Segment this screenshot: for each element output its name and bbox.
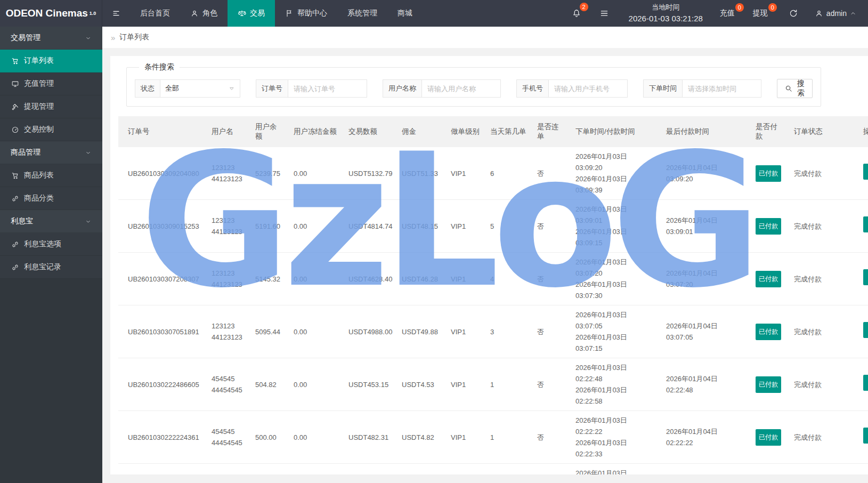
recharge-button[interactable]: 充值 0 — [713, 0, 747, 27]
phone-input[interactable] — [549, 79, 628, 98]
withdraw-count-badge: 0 — [768, 3, 777, 12]
column-header: 用户冻结金额 — [288, 116, 343, 147]
sidebar-item-label: 提现管理 — [24, 102, 54, 111]
topnav-item[interactable]: 角色 — [180, 0, 228, 27]
sidebar-item[interactable]: 利息宝选项 — [0, 233, 102, 256]
time-value: 2026-01-03 03:21:28 — [629, 13, 703, 25]
action-button[interactable] — [863, 216, 868, 232]
cell-serial: 否 — [532, 305, 570, 358]
cell-status: 完成付款 — [789, 411, 858, 464]
refresh-icon — [789, 9, 798, 18]
action-button[interactable] — [863, 375, 868, 391]
order-time-label: 下单时间 — [643, 79, 683, 98]
topnav-item[interactable]: 商城 — [387, 0, 423, 27]
sidebar-item[interactable]: 订单列表 — [0, 50, 102, 73]
topnav-item[interactable]: 后台首页 — [130, 0, 180, 27]
cell-frozen: 0.00 — [288, 411, 343, 464]
cell-day-index: 4 — [485, 253, 532, 305]
person-icon — [190, 9, 199, 18]
cell-order-time: 2026年01月03日 03:09:202026年01月03日 03:09:39 — [570, 147, 661, 200]
cell-action — [858, 147, 868, 200]
cell-action — [858, 411, 868, 464]
cell-level: VIP1 — [445, 200, 485, 253]
cell-level: VIP1 — [445, 411, 485, 464]
cell-order-time: 2026年01月03日 03:07:052026年01月03日 03:07:15 — [570, 305, 661, 358]
cell-balance: 504.82 — [250, 358, 288, 411]
cell-action — [858, 253, 868, 305]
cell-status: 完成付款 — [789, 464, 858, 475]
topnav-item[interactable]: 系统管理 — [337, 0, 387, 27]
column-header: 订单状态 — [789, 116, 858, 147]
status-select[interactable]: 全部 — [160, 79, 240, 98]
action-button[interactable] — [863, 164, 868, 180]
sidebar-toggle-button[interactable] — [102, 0, 130, 27]
topnav-item[interactable]: 交易 — [228, 0, 275, 27]
sidebar-item[interactable]: 利息宝记录 — [0, 256, 102, 279]
filter-row: 状态 全部 订单号 用户名称 手机号 下单时间 — [135, 79, 813, 98]
cell-amount: USDT493.74 — [343, 464, 396, 475]
cell-commission: USDT4.94 — [396, 464, 445, 475]
cell-serial: 否 — [532, 464, 570, 475]
cell-serial: 否 — [532, 147, 570, 200]
brand-name: ODEON Cinemas — [6, 7, 88, 19]
hamburger-icon — [112, 9, 120, 18]
topnav-item[interactable]: 帮助中心 — [275, 0, 337, 27]
sidebar-item[interactable]: 充值管理 — [0, 73, 102, 95]
order-no-input[interactable] — [288, 79, 367, 98]
order-time-input[interactable] — [683, 79, 761, 98]
table-row: UB2601030307051891123123441231235095.440… — [118, 305, 868, 358]
filter-fieldset: 条件搜索 状态 全部 订单号 用户名称 手机号 — [126, 62, 821, 107]
cell-frozen: 0.00 — [288, 464, 343, 475]
notifications-button[interactable]: 2 — [563, 0, 590, 27]
table-row: UB2601030309015253123123441231235191.600… — [118, 200, 868, 253]
topbar: ODEON Cinemas1.0 后台首页角色交易帮助中心系统管理商城 2 当地… — [0, 0, 868, 27]
menu-list-button[interactable] — [590, 0, 618, 27]
search-icon — [784, 84, 793, 93]
breadcrumb: » 订单列表 — [102, 27, 868, 48]
sidebar-group[interactable]: 交易管理 — [0, 27, 102, 50]
action-button[interactable] — [863, 269, 868, 285]
user-menu[interactable]: admin — [807, 0, 868, 27]
status-selected-value: 全部 — [165, 84, 179, 93]
cell-commission: USDT48.15 — [396, 200, 445, 253]
sidebar-item-label: 商品分类 — [24, 194, 54, 203]
sidebar-item[interactable]: 提现管理 — [0, 95, 102, 118]
sidebar-item[interactable]: 商品分类 — [0, 187, 102, 210]
refresh-button[interactable] — [780, 0, 807, 27]
sidebar-item[interactable]: 商品列表 — [0, 164, 102, 187]
sidebar-group[interactable]: 利息宝 — [0, 210, 102, 233]
cell-status: 完成付款 — [789, 200, 858, 253]
table-row: UB260103022248660545454544454545504.820.… — [118, 358, 868, 411]
brand-logo[interactable]: ODEON Cinemas1.0 — [0, 0, 102, 27]
cell-level: VIP1 — [445, 464, 485, 475]
cell-paid: 已付款 — [750, 358, 789, 411]
action-button[interactable] — [863, 322, 868, 338]
topnav-item-label: 交易 — [250, 9, 265, 18]
cell-last-pay-time: 2026年01月04日 02:22:48 — [661, 358, 750, 411]
cell-username: 12312344123123 — [206, 305, 250, 358]
username: admin — [826, 9, 847, 18]
cell-balance: 5191.60 — [250, 200, 288, 253]
action-button[interactable] — [863, 428, 868, 444]
cell-last-pay-time: 2026年01月04日 02:20:50 — [661, 464, 750, 475]
sidebar-group[interactable]: 商品管理 — [0, 141, 102, 164]
cell-order-no: UB2601030307208307 — [118, 253, 206, 305]
paid-badge: 已付款 — [756, 271, 781, 287]
brand-version: 1.0 — [90, 11, 96, 16]
cell-order-time: 2026年01月03日 02:20:502026年01月03日 02:21:00 — [570, 464, 661, 475]
column-header: 用户名 — [206, 116, 250, 147]
cell-level: VIP1 — [445, 253, 485, 305]
recharge-count-badge: 0 — [735, 3, 744, 12]
withdraw-button[interactable]: 提现 0 — [747, 0, 780, 27]
paid-badge: 已付款 — [756, 429, 781, 446]
user-icon — [815, 9, 823, 18]
notification-count-badge: 2 — [580, 3, 588, 11]
cell-action — [858, 200, 868, 253]
cell-balance: 500.00 — [250, 411, 288, 464]
cell-action — [858, 305, 868, 358]
topnav-item-label: 角色 — [202, 9, 217, 18]
cell-amount: USDT453.15 — [343, 358, 396, 411]
user-name-input[interactable] — [422, 79, 501, 98]
sidebar-item[interactable]: 交易控制 — [0, 118, 102, 141]
search-button[interactable]: 搜 索 — [777, 79, 813, 98]
